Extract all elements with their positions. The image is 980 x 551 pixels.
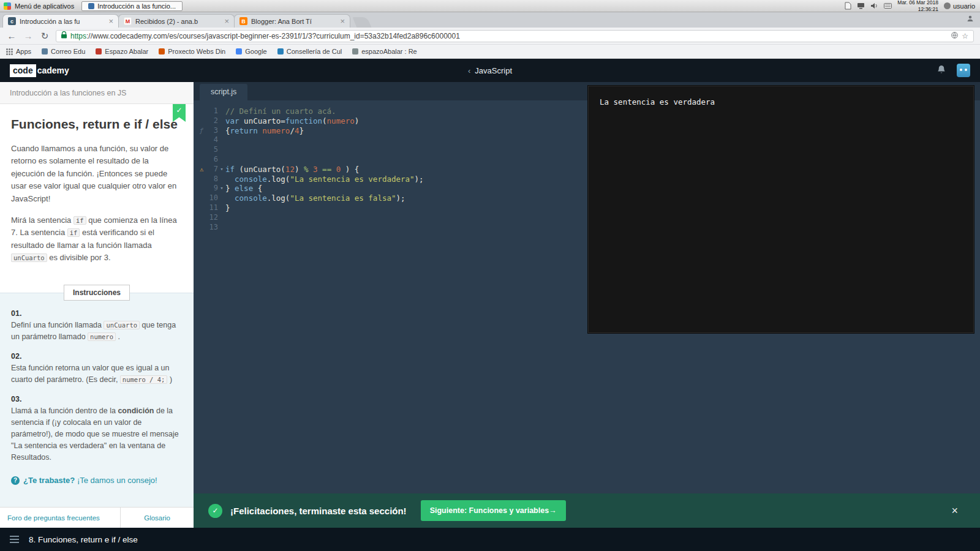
save-page-icon[interactable] bbox=[951, 32, 958, 40]
fold-toggle-icon[interactable]: ▾ bbox=[218, 165, 225, 174]
bookmark-item[interactable]: Correo Edu bbox=[42, 48, 85, 55]
instruction-step: 01.Definí una función llamada unCuarto q… bbox=[11, 309, 183, 343]
bookmarks-list: Correo EduEspazo AbalarProxecto Webs Din… bbox=[42, 48, 417, 55]
bookmark-favicon bbox=[236, 48, 242, 54]
course-title-bar: Introducción a las funciones en JS bbox=[0, 82, 194, 104]
browser-tab[interactable]: cIntroducción a las fu× bbox=[2, 14, 119, 28]
apps-grid-icon bbox=[6, 48, 13, 55]
line-number: 11 bbox=[203, 203, 218, 213]
inline-code: numero bbox=[88, 332, 116, 341]
bookmark-favicon bbox=[277, 48, 284, 54]
taskbar-window-button[interactable]: Introducción a las funcio... bbox=[81, 1, 183, 11]
network-icon[interactable] bbox=[857, 2, 865, 9]
code-text: {return numero/4} bbox=[225, 126, 304, 136]
course-title: Introducción a las funciones en JS bbox=[10, 89, 126, 97]
bookmark-item[interactable]: Proxecto Webs Din bbox=[159, 48, 225, 55]
breadcrumb-label: JavaScript bbox=[475, 66, 512, 75]
code-text: } bbox=[225, 203, 230, 213]
tab-title: Blogger: Ana Bort Tí bbox=[251, 18, 336, 25]
inline-code: if bbox=[67, 228, 80, 237]
close-icon[interactable]: × bbox=[951, 505, 958, 516]
notifications-bell-icon[interactable] bbox=[937, 65, 946, 77]
lesson-panel: Introducción a las funciones en JS ✓ Fun… bbox=[0, 82, 194, 528]
main-content: Introducción a las funciones en JS ✓ Fun… bbox=[0, 82, 980, 528]
code-text: // Definí un cuarto acá. bbox=[225, 107, 336, 116]
line-number: 7 bbox=[203, 165, 218, 174]
browser-tab-strip: cIntroducción a las fu×MRecibidos (2) - … bbox=[0, 12, 980, 28]
tab-title: Introducción a las fu bbox=[20, 18, 105, 25]
bookmark-item[interactable]: Consellería de Cul bbox=[277, 48, 342, 55]
bookmark-item[interactable]: Google bbox=[236, 48, 266, 55]
bookmarks-bar: Apps Correo EduEspazo AbalarProxecto Web… bbox=[0, 45, 980, 59]
reload-button[interactable]: ↻ bbox=[39, 31, 50, 40]
browser-tab[interactable]: BBlogger: Ana Bort Tí× bbox=[234, 14, 350, 28]
apps-shortcut[interactable]: Apps bbox=[6, 48, 31, 55]
course-breadcrumb[interactable]: ‹ JavaScript bbox=[468, 66, 512, 75]
bookmark-star-icon[interactable]: ☆ bbox=[962, 32, 968, 40]
bookmark-favicon bbox=[352, 48, 358, 54]
new-tab-button[interactable] bbox=[353, 17, 372, 28]
address-bar[interactable]: https://www.codecademy.com/es/courses/ja… bbox=[56, 30, 974, 42]
line-number: 2 bbox=[203, 116, 218, 126]
bookmark-favicon bbox=[159, 48, 165, 54]
applications-menu-icon bbox=[4, 2, 11, 10]
text-segment: Mirá la sentencia bbox=[11, 216, 74, 225]
line-number: 3 bbox=[203, 126, 218, 136]
bookmark-item[interactable]: Espazo Abalar bbox=[96, 48, 148, 55]
hint-link[interactable]: ? ¿Te trabaste? ¡Te damos un consejo! bbox=[11, 476, 183, 485]
code-text: console.log("La sentencia es falsa"); bbox=[225, 193, 405, 203]
tab-close-icon[interactable]: × bbox=[224, 17, 229, 25]
volume-icon[interactable] bbox=[870, 2, 878, 9]
user-icon bbox=[944, 2, 951, 9]
line-number: 6 bbox=[203, 155, 218, 165]
clock[interactable]: Mar. 06 Mar 2018 12:36:21 bbox=[897, 0, 938, 12]
codecademy-logo[interactable]: code cademy bbox=[10, 64, 69, 77]
tab-title: Recibidos (2) - ana.b bbox=[135, 18, 221, 25]
back-button[interactable]: ← bbox=[6, 31, 17, 40]
browser-tabs: cIntroducción a las fu×MRecibidos (2) - … bbox=[2, 14, 350, 28]
keyboard-icon[interactable] bbox=[884, 3, 892, 9]
tab-close-icon[interactable]: × bbox=[340, 17, 345, 25]
inline-code: if bbox=[74, 216, 86, 225]
hint-text: ¡Te damos un consejo! bbox=[75, 476, 157, 485]
lesson-menu-icon[interactable] bbox=[10, 536, 19, 543]
instruction-step: 02.Esta función retorna un valor que es … bbox=[11, 352, 183, 386]
instruction-steps: 01.Definí una función llamada unCuarto q… bbox=[11, 309, 183, 463]
code-text: console.log("La sentencia es verdadera")… bbox=[225, 174, 424, 184]
function-marker-icon: ƒ bbox=[199, 126, 203, 136]
next-lesson-button[interactable]: Siguiente: Funciones y variables→ bbox=[421, 500, 566, 521]
line-number: 13 bbox=[203, 223, 218, 233]
user-menu[interactable]: usuario bbox=[944, 2, 975, 10]
user-avatar[interactable] bbox=[957, 64, 970, 77]
tab-close-icon[interactable]: × bbox=[108, 17, 113, 25]
user-name: usuario bbox=[953, 2, 975, 10]
instruction-step: 03.Llamá a la función dentro de la condi… bbox=[11, 395, 183, 463]
glossary-link[interactable]: Glosario bbox=[121, 508, 194, 528]
browser-tab[interactable]: MRecibidos (2) - ana.b× bbox=[118, 14, 235, 28]
applications-menu[interactable]: Menú de aplicativos bbox=[15, 2, 74, 10]
code-text: if (unCuarto(12) % 3 == 0 ) { bbox=[225, 165, 359, 174]
step-text: Esta función retorna un valor que es igu… bbox=[11, 362, 183, 386]
success-check-icon: ✓ bbox=[208, 504, 222, 518]
success-message: ¡Felicitaciones, terminaste esta sección… bbox=[230, 506, 407, 516]
forward-button[interactable]: → bbox=[23, 31, 34, 40]
bookmark-label: Consellería de Cul bbox=[287, 48, 342, 55]
clock-date: Mar. 06 Mar 2018 bbox=[897, 0, 938, 6]
screenshot-icon[interactable] bbox=[845, 2, 851, 10]
text-segment: . bbox=[116, 332, 120, 341]
bookmark-item[interactable]: espazoAbalar : Re bbox=[352, 48, 417, 55]
padlock-icon bbox=[61, 31, 67, 40]
browser-toolbar: ← → ↻ https://www.codecademy.com/es/cour… bbox=[0, 28, 980, 45]
step-number: 01. bbox=[11, 309, 183, 318]
success-bar: ✓ ¡Felicitaciones, terminaste esta secci… bbox=[194, 493, 980, 528]
fold-toggle-icon[interactable]: ▾ bbox=[218, 184, 225, 193]
url-rest: ://www.codecademy.com/es/courses/javascr… bbox=[86, 32, 460, 40]
code-text: } else { bbox=[225, 184, 262, 193]
editor-file-tab[interactable]: script.js bbox=[200, 84, 247, 100]
bookmark-label: Google bbox=[245, 48, 266, 55]
browser-profile-icon[interactable] bbox=[967, 13, 974, 24]
forum-link[interactable]: Foro de preguntas frecuentes bbox=[0, 508, 121, 528]
instructions-label: Instrucciones bbox=[64, 285, 130, 301]
line-number: 1 bbox=[203, 107, 218, 116]
bookmark-label: Correo Edu bbox=[51, 48, 85, 55]
